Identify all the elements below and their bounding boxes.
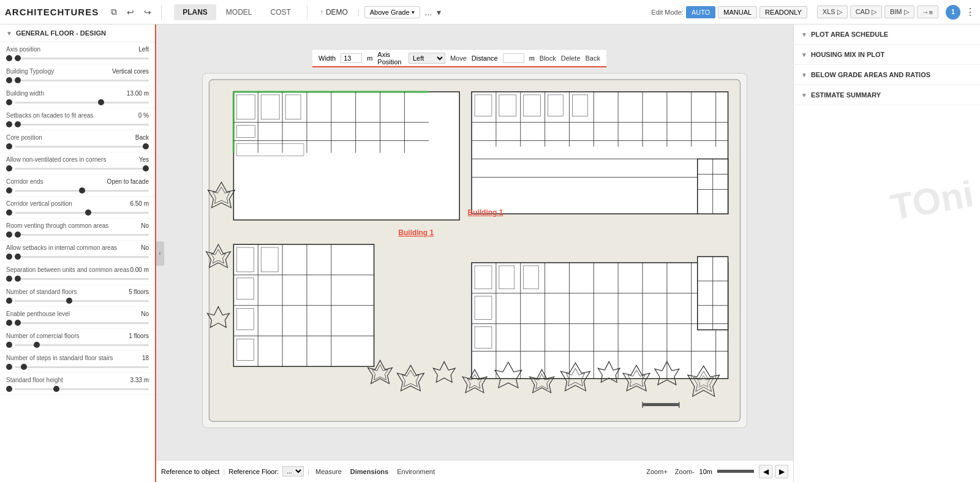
separation-slider[interactable]: [15, 278, 149, 280]
nav-prev-button[interactable]: ◀: [759, 465, 772, 478]
housing-mix-header[interactable]: ▼ HOUSING MIX IN PLOT: [794, 45, 980, 64]
param-value: No: [141, 244, 149, 252]
arrow-up-icon: ↑: [320, 8, 323, 17]
tab-cost[interactable]: COST: [262, 4, 300, 20]
panel-title: GENERAL FLOOR - DESIGN: [16, 29, 106, 37]
more-options-button[interactable]: ⋮: [965, 6, 975, 18]
floor-plan-svg: Building 1: [202, 73, 747, 428]
reference-floor-label: Reference Floor:: [228, 468, 279, 475]
slider-dot: [6, 298, 12, 304]
param-label: Corridor ends: [6, 178, 43, 185]
back-button[interactable]: Back: [586, 55, 600, 62]
delete-button[interactable]: Delete: [561, 55, 581, 62]
room-venting-slider[interactable]: [15, 234, 149, 236]
axis-position-select[interactable]: Left Right Center: [409, 53, 445, 64]
non-ventilated-slider[interactable]: [15, 168, 149, 170]
zoom-plus-button[interactable]: Zoom+: [644, 467, 670, 476]
redo-button[interactable]: ↪: [141, 6, 154, 18]
plot-area-schedule-header[interactable]: ▼ PLOT AREA SCHEDULE: [794, 24, 980, 44]
grade-label: Above Grade: [370, 9, 410, 16]
axis-position-label: Axis Position: [377, 51, 404, 66]
estimate-summary-header[interactable]: ▼ ESTIMATE SUMMARY: [794, 85, 980, 105]
slider-dot: [6, 232, 12, 238]
axis-toolbar: Width m Axis Position Left Right Center …: [312, 49, 606, 67]
canvas-area[interactable]: Building 1: [156, 43, 793, 458]
scale-bar: [717, 470, 754, 473]
slider-dot: [6, 143, 12, 149]
panel-collapse-button[interactable]: ‹: [156, 241, 164, 266]
environment-button[interactable]: Environment: [394, 467, 437, 476]
dots-button[interactable]: ...: [425, 7, 432, 17]
nav-next-button[interactable]: ▶: [775, 465, 788, 478]
divider2: [307, 5, 307, 20]
allow-setbacks-slider[interactable]: [15, 256, 149, 258]
chevron-down-icon: ▼: [801, 31, 807, 38]
below-grade-header[interactable]: ▼ BELOW GRADE AREAS AND RATIOS: [794, 65, 980, 85]
edit-mode-auto[interactable]: AUTO: [686, 6, 715, 18]
export-arrow[interactable]: →≡: [917, 6, 938, 18]
param-value: No: [141, 311, 149, 318]
param-value: Back: [135, 134, 149, 142]
width-input[interactable]: [341, 53, 362, 63]
param-label: Corridor vertical position: [6, 200, 72, 207]
corridor-ends-slider[interactable]: [15, 190, 149, 192]
slider-dot: [6, 77, 12, 83]
section-title: BELOW GRADE AREAS AND RATIOS: [811, 71, 930, 78]
param-label: Number of comercial floors: [6, 333, 79, 339]
axis-position-slider[interactable]: [15, 58, 149, 59]
param-value: 13.00 m: [127, 90, 149, 98]
housing-mix-section: ▼ HOUSING MIX IN PLOT: [794, 45, 980, 65]
param-room-venting: Room venting through common areas No: [0, 219, 155, 241]
demo-button[interactable]: ↑ DEMO: [315, 6, 353, 19]
std-floors-slider[interactable]: [15, 300, 149, 302]
slider-dot: [6, 364, 12, 370]
tab-model[interactable]: MODEL: [217, 4, 261, 20]
edit-mode-manual[interactable]: MANUAL: [718, 6, 757, 18]
measure-button[interactable]: Measure: [313, 467, 344, 476]
param-separation: Separation between units and common area…: [0, 263, 155, 285]
chevron-down-icon: ▼: [6, 30, 12, 37]
param-value: Yes: [139, 156, 149, 164]
edit-mode-readonly[interactable]: READONLY: [760, 6, 807, 18]
steps-slider[interactable]: [15, 366, 149, 368]
distance-input[interactable]: [503, 53, 524, 63]
param-corridor-vertical: Corridor vertical position 6.50 m: [0, 197, 155, 219]
param-value: Vertical cores: [112, 68, 149, 76]
building-width-slider[interactable]: [15, 102, 149, 104]
slider-dot: [6, 386, 12, 392]
left-panel-header: ▼ GENERAL FLOOR - DESIGN: [0, 24, 155, 42]
separator-pipe: |: [358, 9, 360, 16]
floor-height-slider[interactable]: [15, 388, 149, 390]
param-value: 0 %: [138, 112, 149, 120]
export-cad[interactable]: CAD ▷: [850, 6, 882, 18]
penthouse-slider[interactable]: [15, 322, 149, 324]
center-canvas[interactable]: Width m Axis Position Left Right Center …: [156, 24, 793, 482]
user-avatar[interactable]: 1: [946, 5, 960, 20]
grade-dropdown[interactable]: Above Grade ▾: [364, 6, 420, 18]
block-button[interactable]: Block: [540, 55, 556, 62]
export-bim[interactable]: BIM ▷: [884, 6, 914, 18]
left-panel: ▼ GENERAL FLOOR - DESIGN Axis position L…: [0, 24, 156, 482]
move-button[interactable]: Move: [450, 55, 467, 62]
zoom-minus-button[interactable]: Zoom-: [673, 467, 697, 476]
setbacks-slider[interactable]: [15, 124, 149, 126]
chevron-button[interactable]: ▾: [437, 7, 441, 17]
param-axis-position: Axis position Left: [0, 42, 155, 64]
slider-dot: [6, 99, 12, 105]
export-xls[interactable]: XLS ▷: [817, 6, 848, 18]
core-position-slider[interactable]: [15, 146, 149, 148]
copy-button[interactable]: ⧉: [108, 6, 119, 18]
dimensions-button[interactable]: Dimensions: [348, 467, 391, 476]
tab-plans[interactable]: PLANS: [174, 4, 216, 20]
corridor-vertical-slider[interactable]: [15, 212, 149, 214]
below-grade-section: ▼ BELOW GRADE AREAS AND RATIOS: [794, 65, 980, 85]
chevron-down-icon: ▼: [801, 72, 807, 78]
param-value: 0.00 m: [130, 266, 149, 274]
distance-label: Distance: [472, 55, 498, 62]
param-label: Building width: [6, 90, 44, 97]
commercial-floors-slider[interactable]: [15, 344, 149, 346]
param-label: Number of standard floors: [6, 288, 77, 295]
reference-floor-select[interactable]: ...: [282, 466, 304, 476]
building-typology-slider[interactable]: [15, 80, 149, 81]
undo-button[interactable]: ↩: [124, 6, 137, 18]
